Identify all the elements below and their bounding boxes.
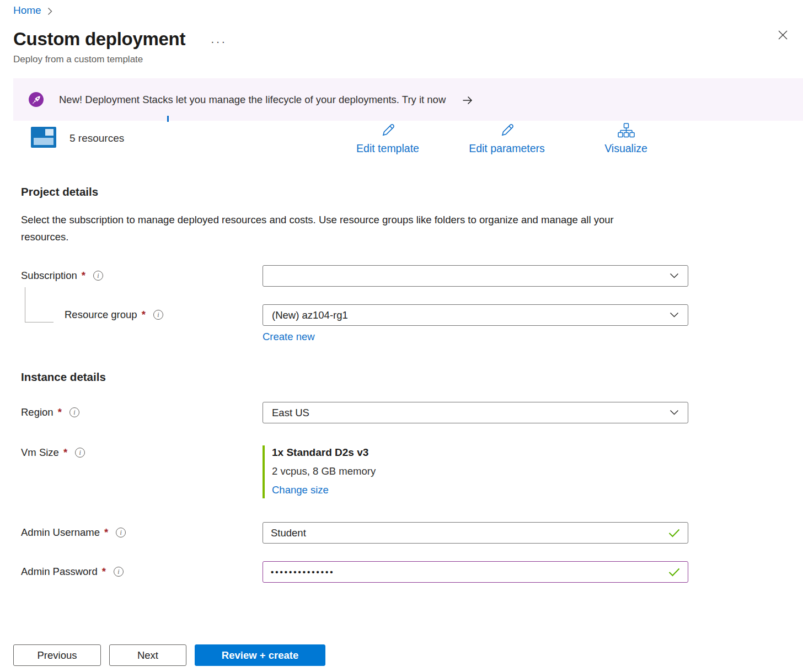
breadcrumb-home-link[interactable]: Home [13,4,41,17]
pencil-icon [380,122,396,141]
instance-details-heading: Instance details [21,370,803,384]
more-options-button[interactable]: ··· [211,35,227,48]
admin-password-row: Admin Password * i •••••••••••••• [21,561,803,583]
tree-connector [25,287,53,322]
banner-text: New! Deployment Stacks let you manage th… [59,94,446,106]
project-details-description: Select the subscription to manage deploy… [21,211,655,245]
template-toolbar: 5 resources Edit template Edit parameter… [0,122,803,162]
valid-check-icon [668,529,680,537]
visualize-label: Visualize [604,142,647,155]
close-button[interactable] [773,26,792,45]
edit-parameters-label: Edit parameters [469,142,545,155]
org-chart-icon [618,122,635,141]
vm-size-label: Vm Size * i [21,445,263,459]
previous-button[interactable]: Previous [13,644,101,666]
edit-template-button[interactable]: Edit template [330,122,446,155]
close-icon [777,29,789,43]
resource-group-label: Resource group * i [21,304,263,321]
page-title: Custom deployment [13,29,185,50]
change-size-link[interactable]: Change size [272,484,329,496]
deployment-stacks-banner[interactable]: New! Deployment Stacks let you manage th… [13,78,803,121]
info-icon[interactable]: i [153,310,163,320]
info-icon[interactable]: i [114,567,124,577]
chevron-down-icon [670,310,679,320]
required-marker: * [82,270,85,282]
custom-deployment-page: Home Custom deployment ··· Deploy from a… [0,0,803,672]
subscription-label: Subscription * i [21,265,263,282]
breadcrumb: Home [0,0,803,17]
vm-size-detail: 2 vcpus, 8 GB memory [272,465,688,477]
header: Custom deployment ··· [0,17,803,50]
resource-group-row: Resource group * i (New) az104-rg1 Creat… [21,304,803,343]
vm-size-row: Vm Size * i 1x Standard D2s v3 2 vcpus, … [21,445,803,498]
rocket-icon [29,92,44,107]
required-marker: * [63,447,67,459]
project-details-heading: Project details [21,185,803,198]
admin-password-input[interactable]: •••••••••••••• [271,567,664,577]
next-button[interactable]: Next [109,644,186,666]
resource-group-dropdown[interactable]: (New) az104-rg1 [263,304,688,326]
footer-actions: Previous Next Review + create [13,644,325,666]
admin-password-field: •••••••••••••• [263,561,688,583]
info-icon[interactable]: i [69,407,79,417]
admin-username-label: Admin Username * i [21,522,263,539]
edit-parameters-button[interactable]: Edit parameters [449,122,565,155]
region-dropdown[interactable]: East US [263,402,688,423]
required-marker: * [58,406,62,418]
required-marker: * [102,566,106,578]
required-marker: * [142,309,146,321]
region-value: East US [272,407,309,419]
info-icon[interactable]: i [116,528,126,537]
create-new-link[interactable]: Create new [263,331,315,342]
required-marker: * [104,526,108,539]
cut-off-element-fragment [167,116,169,122]
subscription-dropdown[interactable] [263,265,688,287]
info-icon[interactable]: i [93,271,103,281]
review-create-button[interactable]: Review + create [195,644,325,666]
valid-check-icon [668,568,680,577]
pencil-icon [499,122,515,141]
resources-count-label: 5 resources [69,132,124,144]
visualize-button[interactable]: Visualize [568,122,684,155]
admin-username-field [263,522,688,544]
region-row: Region * i East US [21,402,803,423]
resource-group-value: (New) az104-rg1 [272,309,348,321]
edit-template-label: Edit template [356,142,419,155]
resources-summary: 5 resources [31,127,124,150]
chevron-down-icon [670,271,679,281]
arrow-right-icon [462,96,473,105]
chevron-right-icon [47,7,53,16]
vm-size-title: 1x Standard D2s v3 [272,447,688,459]
subscription-row: Subscription * i [21,265,803,287]
admin-username-row: Admin Username * i [21,522,803,544]
region-label: Region * i [21,402,263,418]
template-icon [31,127,56,150]
vm-size-selection: 1x Standard D2s v3 2 vcpus, 8 GB memory … [263,445,688,498]
info-icon[interactable]: i [75,448,85,458]
chevron-down-icon [670,408,679,418]
admin-username-input[interactable] [271,527,664,539]
admin-password-label: Admin Password * i [21,561,263,578]
page-subtitle: Deploy from a custom template [0,50,803,65]
